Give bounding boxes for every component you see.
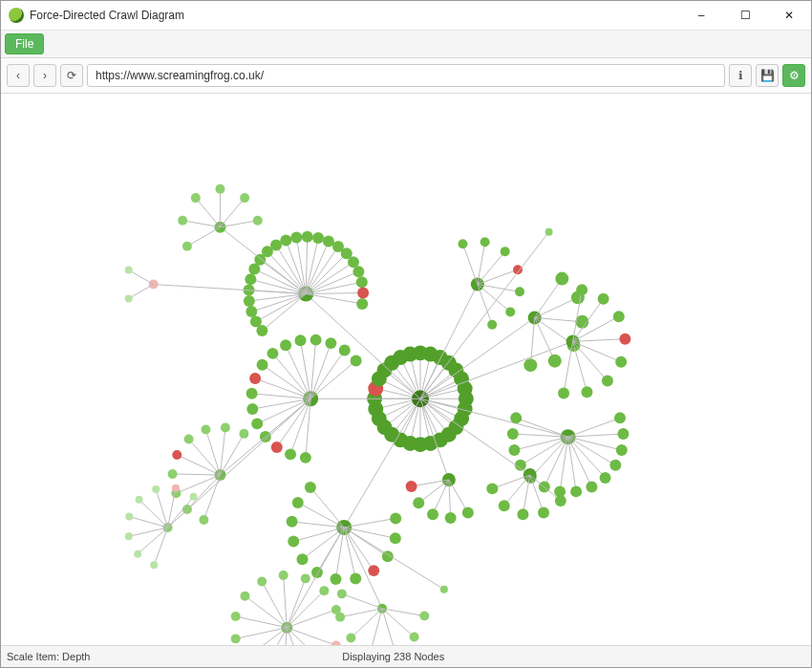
graph-node[interactable] — [184, 435, 194, 444]
graph-node[interactable] — [353, 266, 364, 277]
graph-node[interactable] — [191, 193, 201, 203]
graph-node[interactable] — [152, 485, 160, 493]
graph-node[interactable] — [288, 536, 299, 548]
graph-node[interactable] — [586, 481, 597, 492]
graph-node[interactable] — [501, 247, 510, 256]
graph-node[interactable] — [602, 376, 613, 387]
graph-node[interactable] — [616, 444, 628, 456]
graph-node[interactable] — [617, 428, 629, 440]
graph-node[interactable] — [280, 339, 291, 351]
back-button[interactable]: ‹ — [7, 64, 30, 87]
graph-node[interactable] — [619, 334, 630, 345]
graph-node[interactable] — [357, 288, 369, 299]
graph-node[interactable] — [390, 512, 401, 524]
graph-node[interactable] — [251, 418, 263, 429]
graph-node[interactable] — [517, 508, 528, 520]
graph-node[interactable] — [292, 497, 304, 508]
graph-node[interactable] — [356, 276, 368, 288]
graph-node[interactable] — [250, 316, 262, 328]
graph-node[interactable] — [312, 232, 324, 244]
graph-node[interactable] — [240, 193, 249, 203]
graph-node[interactable] — [576, 284, 588, 295]
graph-node[interactable] — [305, 482, 316, 493]
graph-node[interactable] — [330, 573, 341, 585]
graph-node[interactable] — [419, 612, 429, 621]
graph-node[interactable] — [440, 586, 448, 593]
settings-button[interactable]: ⚙ — [782, 64, 805, 87]
graph-node[interactable] — [201, 424, 210, 434]
graph-node[interactable] — [134, 550, 141, 558]
graph-node[interactable] — [524, 358, 537, 372]
graph-node[interactable] — [325, 337, 336, 349]
graph-node[interactable] — [246, 306, 257, 317]
url-input[interactable] — [87, 64, 725, 87]
graph-node[interactable] — [125, 295, 133, 303]
graph-node[interactable] — [231, 634, 241, 643]
save-button[interactable]: 💾 — [756, 64, 779, 87]
graph-node[interactable] — [125, 532, 133, 540]
graph-node[interactable] — [257, 359, 268, 371]
graph-node[interactable] — [215, 184, 224, 194]
graph-node[interactable] — [499, 500, 510, 511]
graph-node[interactable] — [290, 231, 302, 243]
graph-node[interactable] — [279, 571, 288, 580]
graph-node[interactable] — [458, 239, 467, 248]
graph-node[interactable] — [337, 589, 347, 598]
graph-node[interactable] — [339, 345, 351, 356]
graph-node[interactable] — [581, 386, 592, 398]
graph-node[interactable] — [253, 216, 263, 226]
graph-node[interactable] — [168, 469, 178, 479]
graph-node[interactable] — [413, 497, 424, 508]
graph-node[interactable] — [310, 334, 322, 346]
close-button[interactable]: ✕ — [767, 1, 811, 30]
graph-node[interactable] — [427, 508, 438, 520]
graph-node[interactable] — [545, 228, 553, 236]
graph-node[interactable] — [245, 273, 256, 285]
graph-node[interactable] — [178, 216, 187, 226]
graph-node[interactable] — [296, 553, 308, 565]
graph-node[interactable] — [406, 481, 417, 492]
graph-node[interactable] — [331, 640, 341, 645]
graph-node[interactable] — [239, 429, 248, 439]
graph-node[interactable] — [507, 428, 519, 440]
graph-node[interactable] — [570, 485, 582, 497]
graph-node[interactable] — [613, 311, 625, 322]
forward-button[interactable]: › — [33, 64, 56, 87]
file-menu[interactable]: File — [5, 33, 44, 54]
minimize-button[interactable]: – — [679, 1, 723, 30]
graph-node[interactable] — [244, 295, 255, 307]
graph-node[interactable] — [125, 513, 133, 521]
graph-node[interactable] — [555, 272, 568, 286]
graph-node[interactable] — [390, 532, 401, 544]
graph-node[interactable] — [182, 242, 192, 251]
graph-node[interactable] — [458, 381, 473, 397]
graph-node[interactable] — [270, 239, 282, 250]
graph-node[interactable] — [462, 507, 474, 519]
graph-node[interactable] — [335, 613, 345, 622]
graph-node[interactable] — [515, 287, 524, 296]
graph-node[interactable] — [410, 633, 419, 642]
graph-node[interactable] — [598, 293, 609, 305]
graph-node[interactable] — [319, 586, 329, 595]
graph-node[interactable] — [302, 231, 313, 243]
graph-node[interactable] — [351, 356, 362, 367]
graph-node[interactable] — [486, 483, 498, 494]
graph-node[interactable] — [285, 448, 296, 460]
graph-node[interactable] — [348, 256, 359, 268]
graph-node[interactable] — [150, 561, 158, 569]
graph-node[interactable] — [350, 572, 361, 584]
graph-node[interactable] — [267, 348, 278, 359]
graph-node[interactable] — [240, 592, 249, 601]
refresh-button[interactable]: ⟳ — [60, 64, 83, 87]
graph-node[interactable] — [257, 576, 267, 586]
graph-node[interactable] — [246, 403, 258, 415]
graph-node[interactable] — [555, 495, 566, 506]
graph-node[interactable] — [538, 506, 549, 518]
graph-node[interactable] — [246, 388, 258, 399]
graph-node[interactable] — [487, 320, 497, 330]
graph-node[interactable] — [600, 472, 611, 484]
graph-node[interactable] — [221, 422, 230, 432]
maximize-button[interactable]: ☐ — [723, 1, 767, 30]
graph-node[interactable] — [249, 373, 261, 384]
graph-node[interactable] — [346, 634, 355, 643]
